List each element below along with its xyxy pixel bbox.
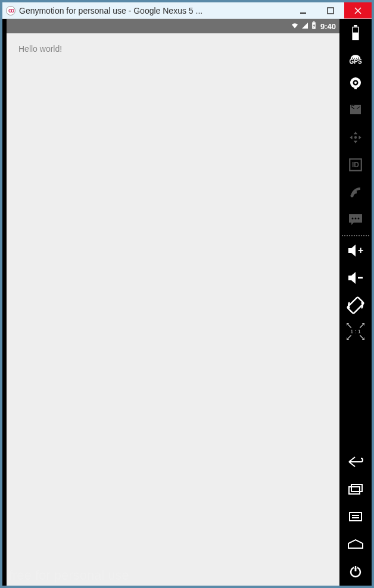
svg-point-16 xyxy=(354,136,357,139)
svg-rect-24 xyxy=(358,277,363,279)
back-button[interactable] xyxy=(345,452,366,471)
minimize-button[interactable] xyxy=(289,2,317,18)
identifier-button[interactable]: ID xyxy=(345,155,366,174)
svg-point-21 xyxy=(355,218,357,220)
gps-label: GPS xyxy=(349,58,361,65)
status-time: 9:40 xyxy=(320,22,336,31)
svg-rect-11 xyxy=(354,87,357,89)
titlebar: oo Genymotion for personal use - Google … xyxy=(2,2,372,19)
more-button[interactable] xyxy=(345,210,366,229)
client-area: 9:40 Hello world! free for personal use … xyxy=(2,19,372,586)
svg-rect-15 xyxy=(353,105,354,106)
recent-apps-button[interactable] xyxy=(345,480,366,499)
svg-rect-25 xyxy=(347,297,364,314)
svg-point-22 xyxy=(358,218,360,220)
svg-rect-3 xyxy=(313,21,315,22)
emulator-toolbar: GPS xyxy=(339,19,372,586)
device-screen: 9:40 Hello world! free for personal use xyxy=(7,19,339,586)
camera-button[interactable] xyxy=(345,73,366,92)
svg-rect-0 xyxy=(300,12,306,14)
svg-rect-27 xyxy=(351,484,362,492)
svg-point-18 xyxy=(351,195,354,198)
svg-rect-1 xyxy=(328,8,334,14)
menu-button[interactable] xyxy=(345,507,366,526)
svg-point-20 xyxy=(352,218,354,220)
scale-ratio-label: 1 : 1 xyxy=(350,329,361,334)
network-button[interactable] xyxy=(345,183,366,202)
rotate-button[interactable] xyxy=(345,296,366,315)
hello-text: Hello world! xyxy=(18,44,328,54)
device-left-border xyxy=(2,19,7,586)
volume-down-button[interactable] xyxy=(345,268,366,287)
remote-dpad-button[interactable] xyxy=(345,128,366,147)
window-title: Genymotion for personal use - Google Nex… xyxy=(19,6,289,15)
window-controls xyxy=(289,2,372,18)
android-statusbar: 9:40 xyxy=(7,19,339,33)
close-button[interactable] xyxy=(344,2,372,18)
svg-text:+: + xyxy=(358,245,363,255)
svg-rect-6 xyxy=(353,27,358,32)
app-content[interactable]: Hello world! xyxy=(7,33,339,586)
home-button[interactable] xyxy=(345,534,366,553)
toolbar-divider xyxy=(342,235,369,236)
battery-button[interactable] xyxy=(345,24,366,43)
svg-rect-28 xyxy=(350,512,361,521)
genymotion-icon: oo xyxy=(6,6,15,15)
volume-up-button[interactable]: + xyxy=(345,241,366,260)
svg-rect-5 xyxy=(354,25,357,27)
wifi-icon xyxy=(291,22,299,31)
id-label: ID xyxy=(352,161,359,169)
gps-button[interactable]: GPS xyxy=(349,51,362,65)
svg-point-10 xyxy=(354,82,357,84)
svg-rect-26 xyxy=(349,487,360,494)
power-button[interactable] xyxy=(345,562,366,581)
screencast-button[interactable] xyxy=(345,101,366,120)
maximize-button[interactable] xyxy=(317,2,344,18)
svg-rect-14 xyxy=(351,105,353,106)
battery-charge-icon xyxy=(311,21,317,32)
pixel-perfect-button[interactable]: 1 : 1 xyxy=(347,323,364,340)
signal-icon xyxy=(301,22,308,31)
app-window: oo Genymotion for personal use - Google … xyxy=(2,2,372,586)
